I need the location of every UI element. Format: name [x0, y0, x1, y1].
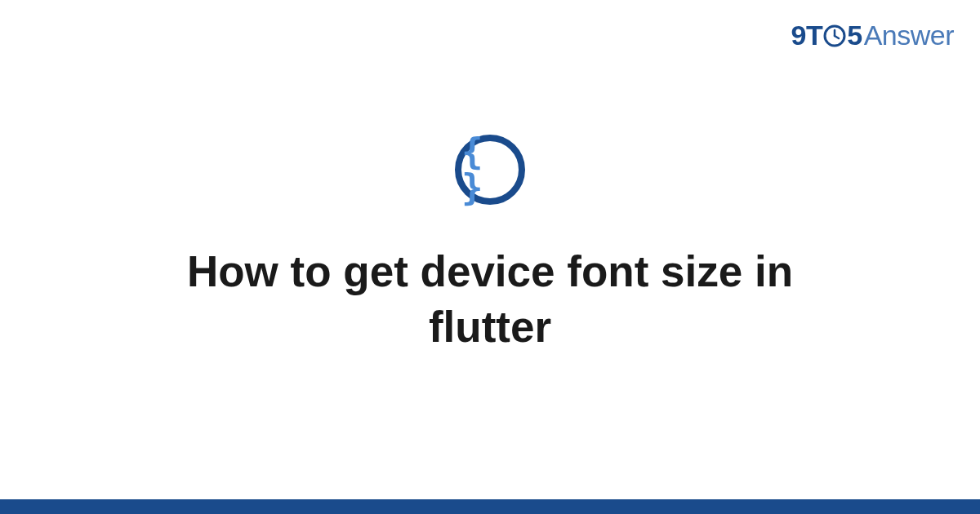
page-title: How to get device font size in flutter: [98, 244, 882, 355]
code-braces-icon: { }: [455, 135, 525, 205]
main-content: { } How to get device font size in flutt…: [0, 0, 980, 514]
braces-glyph: { }: [461, 134, 519, 206]
footer-bar: [0, 499, 980, 514]
